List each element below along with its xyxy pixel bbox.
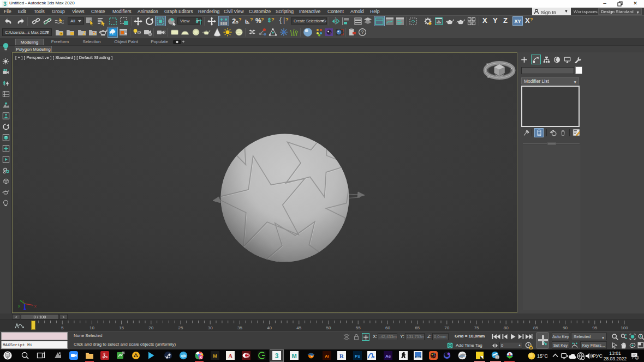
svg-text:25: 25: [178, 325, 183, 330]
svg-text:85: 85: [533, 325, 538, 330]
svg-text:50: 50: [326, 325, 331, 330]
svg-text:x: x: [34, 304, 37, 309]
svg-text:Ai: Ai: [325, 354, 329, 359]
svg-text:Ae: Ae: [385, 354, 391, 359]
svg-text:15: 15: [119, 325, 124, 330]
svg-text:K: K: [200, 355, 202, 359]
svg-text:qb: qb: [181, 354, 186, 358]
svg-text:65: 65: [415, 325, 420, 330]
svg-text:y: y: [18, 303, 20, 308]
svg-text:3: 3: [275, 352, 279, 360]
svg-text:dwg: dwg: [416, 356, 420, 358]
svg-text:90: 90: [563, 325, 568, 330]
svg-text:55: 55: [356, 325, 361, 330]
svg-text:45: 45: [296, 325, 301, 330]
svg-text:R: R: [339, 353, 344, 359]
svg-text:M: M: [213, 353, 217, 359]
svg-text:3: 3: [3, 1, 7, 7]
svg-text:95: 95: [592, 325, 597, 330]
svg-text:3: 3: [636, 356, 637, 359]
svg-text:70: 70: [444, 325, 449, 330]
svg-text:z: z: [22, 299, 25, 303]
svg-text:30: 30: [208, 325, 213, 330]
svg-text:M: M: [291, 353, 296, 359]
svg-text:10: 10: [90, 325, 94, 330]
svg-text:75: 75: [474, 325, 479, 330]
svg-text:40: 40: [267, 325, 272, 330]
svg-text:A: A: [228, 353, 232, 359]
svg-text:60: 60: [385, 325, 390, 330]
svg-text:5: 5: [61, 325, 64, 330]
svg-text:100: 100: [621, 325, 628, 330]
svg-text:35: 35: [237, 325, 242, 330]
svg-text:20: 20: [148, 325, 153, 330]
svg-text:80: 80: [504, 325, 509, 330]
svg-text:Ps: Ps: [355, 354, 360, 359]
